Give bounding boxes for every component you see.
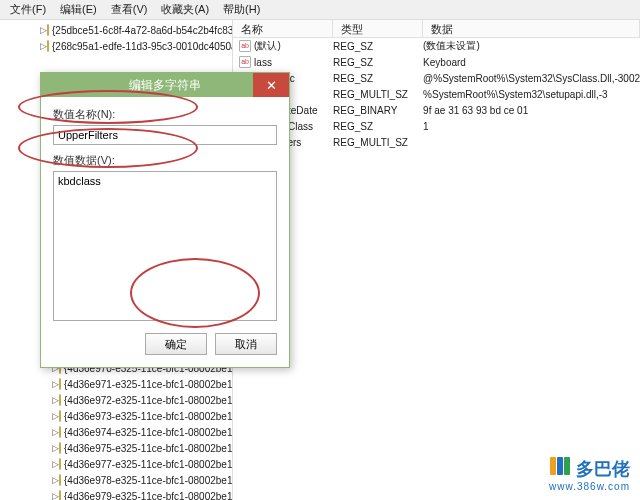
menu-help[interactable]: 帮助(H)	[217, 0, 266, 19]
folder-icon	[59, 474, 61, 486]
tree-item-label: {4d36e974-e325-11ce-bfc1-08002be10318}	[64, 427, 233, 438]
tree-item-label: {4d36e977-e325-11ce-bfc1-08002be10318}	[64, 459, 233, 470]
column-headers: 名称 类型 数据	[233, 20, 640, 38]
col-type[interactable]: 类型	[333, 20, 423, 37]
tree-item[interactable]: ▷ {4d36e977-e325-11ce-bfc1-08002be10318}	[0, 456, 232, 472]
value-icon: ab	[239, 56, 251, 68]
expand-icon[interactable]: ▷	[40, 25, 47, 35]
tree-item[interactable]: ▷ {268c95a1-edfe-11d3-95c3-0010dc4050a5}	[0, 38, 232, 54]
value-icon: ab	[239, 40, 251, 52]
tree-item[interactable]: ▷ {4d36e973-e325-11ce-bfc1-08002be10318}	[0, 408, 232, 424]
menu-view[interactable]: 查看(V)	[105, 0, 154, 19]
col-data[interactable]: 数据	[423, 20, 640, 37]
expand-icon[interactable]: ▷	[40, 41, 47, 51]
expand-icon[interactable]: ▷	[52, 491, 59, 500]
value-data-label: 数值数据(V):	[53, 153, 277, 168]
value-type: REG_BINARY	[333, 105, 423, 116]
expand-icon[interactable]: ▷	[52, 411, 59, 421]
folder-icon	[59, 410, 61, 422]
value-type: REG_MULTI_SZ	[333, 137, 423, 148]
tree-item[interactable]: ▷ {25dbce51-6c8f-4a72-8a6d-b54c2b4fc835}	[0, 22, 232, 38]
folder-icon	[59, 490, 61, 500]
value-row[interactable]: abpperFilters REG_MULTI_SZ	[233, 134, 640, 150]
value-row[interactable]: 01astDeleteDate REG_BINARY 9f ae 31 63 9…	[233, 102, 640, 118]
expand-icon[interactable]: ▷	[52, 475, 59, 485]
folder-icon	[59, 426, 61, 438]
tree-item-label: {4d36e978-e325-11ce-bfc1-08002be10318}	[64, 475, 233, 486]
folder-icon	[59, 442, 61, 454]
tree-item[interactable]: ▷ {4d36e974-e325-11ce-bfc1-08002be10318}	[0, 424, 232, 440]
value-data-textarea[interactable]	[53, 171, 277, 321]
edit-multistring-dialog: 编辑多字符串 ✕ 数值名称(N): 数值数据(V): 确定 取消	[40, 72, 290, 368]
col-name[interactable]: 名称	[233, 20, 333, 37]
value-data: %SystemRoot%\System32\setupapi.dll,-3	[423, 89, 640, 100]
value-row[interactable]: abonPath REG_MULTI_SZ %SystemRoot%\Syste…	[233, 86, 640, 102]
value-type: REG_SZ	[333, 41, 423, 52]
cancel-button[interactable]: 取消	[215, 333, 277, 355]
value-data: 9f ae 31 63 93 bd ce 01	[423, 105, 640, 116]
menu-fav[interactable]: 收藏夹(A)	[155, 0, 215, 19]
value-name-label: 数值名称(N):	[53, 107, 277, 122]
folder-icon	[59, 394, 61, 406]
tree-item[interactable]: ▷ {4d36e971-e325-11ce-bfc1-08002be10318}	[0, 376, 232, 392]
value-data: (数值未设置)	[423, 39, 640, 53]
value-data: @%SystemRoot%\System32\SysClass.Dll,-300…	[423, 73, 640, 84]
expand-icon[interactable]: ▷	[52, 427, 59, 437]
value-data: 1	[423, 121, 640, 132]
value-row[interactable]: ab(默认) REG_SZ (数值未设置)	[233, 38, 640, 54]
tree-item-label: {25dbce51-6c8f-4a72-8a6d-b54c2b4fc835}	[52, 25, 233, 36]
ok-button[interactable]: 确定	[145, 333, 207, 355]
tree-item-label: {268c95a1-edfe-11d3-95c3-0010dc4050a5}	[52, 41, 233, 52]
value-row[interactable]: ablass REG_SZ Keyboard	[233, 54, 640, 70]
tree-item[interactable]: ▷ {4d36e975-e325-11ce-bfc1-08002be10318}	[0, 440, 232, 456]
value-name-input[interactable]	[53, 125, 277, 145]
expand-icon[interactable]: ▷	[52, 395, 59, 405]
dialog-titlebar[interactable]: 编辑多字符串 ✕	[41, 73, 289, 97]
expand-icon[interactable]: ▷	[52, 459, 59, 469]
tree-item[interactable]: ▷ {4d36e972-e325-11ce-bfc1-08002be10318}	[0, 392, 232, 408]
folder-icon	[47, 40, 49, 52]
value-name: (默认)	[254, 39, 281, 53]
value-type: REG_SZ	[333, 121, 423, 132]
tree-item[interactable]: ▷ {4d36e979-e325-11ce-bfc1-08002be10318}	[0, 488, 232, 500]
menu-bar: 文件(F) 编辑(E) 查看(V) 收藏夹(A) 帮助(H)	[0, 0, 640, 20]
expand-icon[interactable]: ▷	[52, 443, 59, 453]
tree-item[interactable]: ▷ {4d36e978-e325-11ce-bfc1-08002be10318}	[0, 472, 232, 488]
folder-icon	[59, 378, 61, 390]
value-row[interactable]: ablassDesc REG_SZ @%SystemRoot%\System32…	[233, 70, 640, 86]
expand-icon[interactable]: ▷	[52, 379, 59, 389]
tree-item-label: {4d36e975-e325-11ce-bfc1-08002be10318}	[64, 443, 233, 454]
watermark: 多巴佬 www.386w.com	[549, 457, 630, 492]
menu-file[interactable]: 文件(F)	[4, 0, 52, 19]
close-icon[interactable]: ✕	[253, 73, 289, 97]
tree-item-label: {4d36e979-e325-11ce-bfc1-08002be10318}	[64, 491, 233, 501]
tree-item-label: {4d36e973-e325-11ce-bfc1-08002be10318}	[64, 411, 233, 422]
value-type: REG_MULTI_SZ	[333, 89, 423, 100]
value-type: REG_SZ	[333, 57, 423, 68]
values-panel: 名称 类型 数据 ab(默认) REG_SZ (数值未设置) ablass RE…	[233, 20, 640, 500]
value-name: lass	[254, 57, 272, 68]
dialog-title-text: 编辑多字符串	[129, 77, 201, 94]
folder-icon	[47, 24, 49, 36]
value-row[interactable]: abloInstallClass REG_SZ 1	[233, 118, 640, 134]
value-data: Keyboard	[423, 57, 640, 68]
value-type: REG_SZ	[333, 73, 423, 84]
menu-edit[interactable]: 编辑(E)	[54, 0, 103, 19]
tree-item-label: {4d36e971-e325-11ce-bfc1-08002be10318}	[64, 379, 233, 390]
tree-item-label: {4d36e972-e325-11ce-bfc1-08002be10318}	[64, 395, 233, 406]
folder-icon	[59, 458, 61, 470]
